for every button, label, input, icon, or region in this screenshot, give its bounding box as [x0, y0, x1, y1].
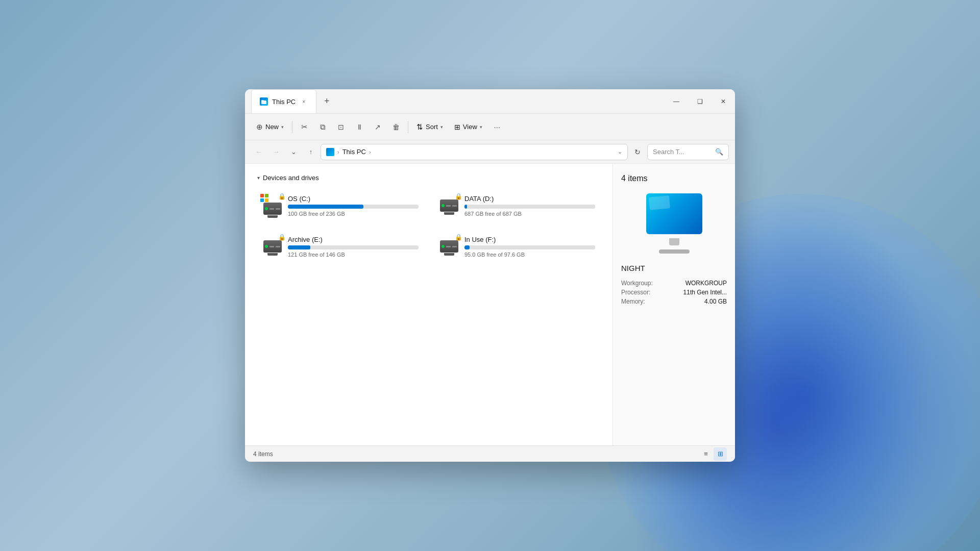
copy-button[interactable]: ⧉	[314, 118, 331, 136]
drive-c-space: 100 GB free of 236 GB	[288, 211, 419, 217]
lock-c-icon: 🔒	[278, 193, 286, 200]
drive-e-info: Archive (E:) 121 GB free of 146 GB	[288, 236, 419, 258]
drive-f-name: In Use (F:)	[464, 236, 595, 243]
drive-c-info: OS (C:) 100 GB free of 236 GB	[288, 195, 419, 217]
status-item-count: 4 items	[253, 450, 273, 458]
monitor-icon	[646, 193, 702, 234]
hdd-f-icon	[439, 239, 459, 257]
toolbar-separator-1	[292, 121, 292, 133]
drive-c-icon-wrap: 🔒	[262, 195, 283, 219]
up-icon: ↑	[309, 148, 313, 156]
tab-close-button[interactable]: ×	[300, 97, 308, 106]
tab-label: This PC	[272, 98, 296, 106]
address-path: This PC	[342, 148, 366, 156]
drive-d-info: DATA (D:) 687 GB free of 687 GB	[464, 195, 595, 217]
nav-bar: ← → ⌄ ↑ › This PC › ⌄ ↻ Search T... 🔍	[245, 140, 735, 164]
delete-button[interactable]: 🗑	[387, 118, 405, 136]
drive-e-name: Archive (E:)	[288, 236, 419, 243]
grid-view-button[interactable]: ⊞	[714, 447, 727, 461]
forward-icon: →	[273, 148, 280, 156]
drive-e-bar-fill	[288, 245, 310, 249]
up-button[interactable]: ↑	[303, 144, 318, 160]
workgroup-row: Workgroup: WORKGROUP	[621, 279, 727, 288]
new-icon: ⊕	[256, 122, 263, 132]
memory-value: 4.00 GB	[704, 298, 727, 305]
drive-f-bar-bg	[464, 245, 595, 249]
sort-button[interactable]: ⇅ Sort ▾	[411, 119, 448, 135]
drive-d-bar-fill	[464, 205, 467, 209]
cut-icon: ✂	[301, 122, 308, 132]
toolbar-separator-2	[408, 121, 408, 133]
view-button[interactable]: ⊞ View ▾	[449, 120, 487, 134]
pc-name: NIGHT	[621, 264, 727, 272]
search-bar[interactable]: Search T... 🔍	[647, 144, 729, 160]
drive-f-space: 95.0 GB free of 97.6 GB	[464, 252, 595, 258]
drive-d-icon-wrap: 🔒	[439, 195, 459, 216]
toolbar: ⊕ New ▾ ✂ ⧉ ⊡ Ⅱ ↗ 🗑 ⇅ So	[245, 114, 735, 140]
drive-e-bar-bg	[288, 245, 419, 249]
section-header[interactable]: ▾ Devices and drives	[257, 174, 600, 182]
workgroup-value: WORKGROUP	[685, 280, 727, 287]
address-separator: ›	[337, 149, 339, 155]
processor-row: Processor: 11th Gen Intel...	[621, 288, 727, 297]
pc-illustration	[621, 193, 727, 254]
new-button[interactable]: ⊕ New ▾	[251, 119, 289, 135]
address-dropdown-icon[interactable]: ⌄	[618, 148, 622, 155]
maximize-button[interactable]: ❑	[688, 89, 712, 113]
monitor-stand-neck	[669, 238, 679, 245]
drive-c-bar-bg	[288, 205, 419, 209]
close-button[interactable]: ✕	[712, 89, 735, 113]
forward-button[interactable]: →	[268, 144, 284, 160]
more-icon: ···	[494, 122, 501, 131]
search-placeholder-text: Search T...	[653, 148, 712, 156]
monitor-stand-base	[659, 249, 690, 254]
down-icon: ⌄	[291, 148, 297, 156]
new-tab-button[interactable]: +	[318, 93, 335, 110]
sort-label: Sort	[426, 123, 438, 131]
drive-d-bar-bg	[464, 205, 595, 209]
recent-locations-button[interactable]: ⌄	[286, 144, 301, 160]
drive-e-item[interactable]: 🔒 Archive (E:) 121 GB free of 146 GB	[257, 231, 424, 263]
memory-label: Memory:	[621, 298, 645, 305]
drive-f-item[interactable]: 🔒 In Use (F:) 95.0 GB free of 97.6 GB	[434, 231, 600, 263]
item-count: 4 items	[621, 174, 727, 183]
active-tab[interactable]: This PC ×	[251, 89, 316, 113]
section-label: Devices and drives	[263, 174, 319, 182]
right-panel: 4 items NIGHT Workgroup: WORKGROUP Proce…	[612, 164, 735, 445]
processor-label: Processor:	[621, 289, 650, 296]
more-button[interactable]: ···	[488, 118, 506, 136]
drive-d-space: 687 GB free of 687 GB	[464, 211, 595, 217]
refresh-button[interactable]: ↻	[630, 144, 645, 160]
paste-button[interactable]: ⊡	[332, 118, 350, 136]
rename-button[interactable]: Ⅱ	[351, 118, 368, 136]
drives-grid: 🔒 OS (C:) 100 GB free of 236 GB	[257, 190, 600, 263]
svg-rect-1	[261, 100, 264, 102]
tab-folder-icon	[260, 97, 268, 106]
share-button[interactable]: ↗	[369, 118, 386, 136]
back-button[interactable]: ←	[251, 144, 266, 160]
sort-icon: ⇅	[416, 122, 423, 132]
drive-c-item[interactable]: 🔒 OS (C:) 100 GB free of 236 GB	[257, 190, 424, 224]
search-icon: 🔍	[715, 148, 723, 156]
paste-icon: ⊡	[338, 123, 344, 131]
drive-f-info: In Use (F:) 95.0 GB free of 97.6 GB	[464, 236, 595, 258]
drive-c-bar-fill	[288, 205, 363, 209]
sort-chevron: ▾	[440, 124, 443, 130]
hdd-c-icon	[262, 201, 283, 219]
view-icon: ⊞	[454, 123, 460, 131]
hdd-d-icon	[439, 198, 459, 216]
copy-icon: ⧉	[320, 122, 326, 132]
list-view-button[interactable]: ≡	[699, 447, 713, 461]
windows-logo-icon	[260, 194, 268, 202]
drive-e-icon-wrap: 🔒	[262, 236, 283, 257]
workgroup-label: Workgroup:	[621, 280, 653, 287]
cut-button[interactable]: ✂	[296, 118, 313, 136]
share-icon: ↗	[375, 123, 381, 131]
address-bar[interactable]: › This PC › ⌄	[321, 144, 628, 160]
delete-icon: 🗑	[393, 123, 400, 131]
minimize-button[interactable]: —	[665, 89, 688, 113]
window-controls: — ❑ ✕	[665, 89, 735, 113]
drive-d-name: DATA (D:)	[464, 195, 595, 203]
title-bar: This PC × + — ❑ ✕	[245, 89, 735, 114]
drive-d-item[interactable]: 🔒 DATA (D:) 687 GB free of 687 GB	[434, 190, 600, 224]
